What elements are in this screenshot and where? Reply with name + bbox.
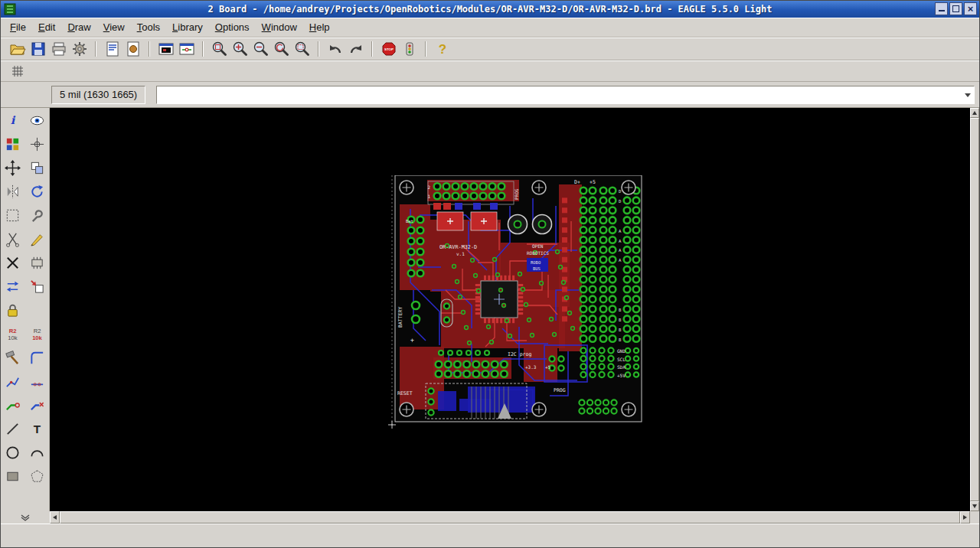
- tool-rect[interactable]: [2, 467, 23, 485]
- board-editor-button[interactable]: [155, 39, 176, 59]
- tool-name[interactable]: R210k: [2, 325, 23, 343]
- tool-miter[interactable]: [27, 348, 47, 367]
- tool-mark[interactable]: [27, 135, 47, 153]
- menu-tools[interactable]: Tools: [131, 18, 166, 36]
- menu-library[interactable]: Library: [166, 18, 209, 36]
- svg-text:T: T: [34, 422, 41, 435]
- scroll-down-button[interactable]: [970, 501, 979, 511]
- tool-copy[interactable]: [27, 158, 47, 177]
- run-script-button[interactable]: [102, 39, 122, 59]
- tool-lock[interactable]: [2, 301, 23, 319]
- scroll-left-button[interactable]: [50, 511, 60, 524]
- command-combo: [156, 86, 975, 104]
- menu-file[interactable]: File: [4, 18, 32, 36]
- tool-delete[interactable]: [2, 253, 23, 272]
- vertical-scrollbar[interactable]: [970, 108, 979, 511]
- printer-icon: [51, 41, 67, 57]
- close-button[interactable]: ×: [964, 2, 977, 15]
- maximize-button[interactable]: [949, 2, 962, 15]
- tool-info[interactable]: i: [2, 111, 23, 129]
- wire-icon: [5, 421, 21, 437]
- command-dropdown-button[interactable]: [962, 86, 974, 103]
- go-button[interactable]: [399, 39, 420, 59]
- open-button[interactable]: [7, 39, 28, 59]
- arrow-right-icon: [963, 515, 969, 520]
- zoom-redraw-button[interactable]: [271, 39, 292, 59]
- tool-arc[interactable]: [27, 443, 47, 462]
- pcb-label: +5: [590, 179, 596, 185]
- tool-circle[interactable]: [2, 443, 23, 462]
- grid-button[interactable]: [7, 61, 28, 81]
- tool-display[interactable]: [2, 135, 23, 153]
- scissors-icon: [5, 231, 21, 247]
- pcb-label: PROG: [554, 387, 566, 393]
- toolbar-separator: [149, 41, 150, 57]
- tool-add[interactable]: [27, 253, 47, 272]
- run-ulp-button[interactable]: [122, 39, 143, 59]
- eagle-window: { "window": { "title": "2 Board - /home/…: [0, 0, 980, 548]
- hammer-icon: [5, 350, 21, 366]
- horizontal-scrollbar[interactable]: [50, 511, 970, 524]
- scroll-up-button[interactable]: [970, 108, 979, 118]
- tool-pinswap[interactable]: [2, 277, 23, 295]
- tool-move[interactable]: [2, 158, 23, 177]
- zoom-fit-button[interactable]: [209, 39, 230, 59]
- menubar: FileEditDrawViewToolsLibraryOptionsWindo…: [1, 18, 979, 38]
- menu-draw[interactable]: Draw: [61, 18, 96, 36]
- horizontal-scroll-thumb[interactable]: [60, 511, 960, 524]
- menu-edit[interactable]: Edit: [32, 18, 61, 36]
- minimize-icon: [939, 6, 945, 11]
- menu-window[interactable]: Window: [256, 18, 303, 36]
- rotate-icon: [29, 184, 45, 200]
- help-button[interactable]: ?: [432, 39, 452, 59]
- menu-help[interactable]: Help: [303, 18, 336, 36]
- tool-smash[interactable]: [2, 348, 23, 367]
- menu-view[interactable]: View: [97, 18, 131, 36]
- print-button[interactable]: [48, 39, 69, 59]
- minimize-button[interactable]: [935, 2, 948, 15]
- crosshair-icon: [29, 136, 45, 152]
- pcb-label: +: [410, 337, 414, 344]
- zoom-select-button[interactable]: [292, 39, 312, 59]
- tool-value[interactable]: R210k: [27, 325, 47, 343]
- zoom-redraw-icon: [273, 41, 290, 57]
- save-button[interactable]: [28, 39, 48, 59]
- pcb-label: OPEN: [532, 243, 544, 249]
- tool-group[interactable]: [2, 206, 23, 224]
- tool-wire[interactable]: [2, 419, 23, 438]
- scroll-right-button[interactable]: [960, 511, 970, 524]
- tool-ripup[interactable]: [27, 396, 47, 414]
- tool-change[interactable]: [27, 206, 47, 224]
- tool-show[interactable]: [27, 111, 47, 129]
- tool-palette: i R210k R210k T: [1, 108, 50, 511]
- zoom-out-button[interactable]: [250, 39, 271, 59]
- tool-text[interactable]: T: [27, 419, 47, 438]
- main-area: i R210k R210k T 21PROGD++5BatOR-AV: [1, 108, 979, 511]
- vertical-scroll-thumb[interactable]: [970, 118, 979, 501]
- layers-icon: [5, 136, 21, 152]
- pcb-board[interactable]: 21PROGD++5BatOR-AVR-M32-Dv.1OPENROBOTICS…: [386, 175, 646, 432]
- window-controls: ×: [935, 2, 977, 15]
- command-input[interactable]: [157, 86, 962, 103]
- toolbar-separator: [202, 41, 204, 57]
- tool-replace[interactable]: [27, 277, 47, 295]
- schematic-editor-button[interactable]: [176, 39, 197, 59]
- tool-paste[interactable]: [27, 230, 47, 248]
- redo-button[interactable]: [345, 39, 366, 59]
- tool-split[interactable]: [2, 372, 23, 390]
- tool-cut[interactable]: [2, 230, 23, 248]
- stop-button[interactable]: STOP: [378, 39, 399, 59]
- info-icon: i: [5, 113, 21, 129]
- tool-route[interactable]: [2, 396, 23, 414]
- cam-processor-button[interactable]: [69, 39, 90, 59]
- zoom-in-button[interactable]: [230, 39, 250, 59]
- drawing-canvas[interactable]: 21PROGD++5BatOR-AVR-M32-Dv.1OPENROBOTICS…: [50, 108, 970, 511]
- tool-optimize[interactable]: [27, 372, 47, 390]
- tool-mirror[interactable]: [2, 182, 23, 201]
- undo-button[interactable]: [325, 39, 345, 59]
- tool-polygon[interactable]: [27, 467, 47, 485]
- menu-options[interactable]: Options: [209, 18, 256, 36]
- titlebar[interactable]: 2 Board - /home/andrey/Projects/OpenRobo…: [1, 1, 979, 18]
- palette-overflow-button[interactable]: [1, 511, 50, 524]
- tool-rotate[interactable]: [27, 182, 47, 201]
